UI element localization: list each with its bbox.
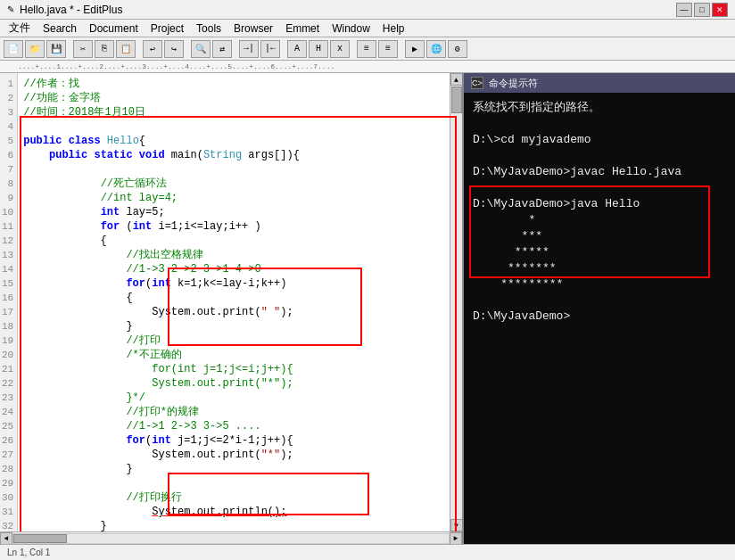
terminal-line-9: *** [473, 228, 726, 244]
copy-button[interactable]: ⎘ [95, 40, 114, 58]
editor-panel: 12345 678910 1112131415 1617181920 21222… [0, 73, 464, 544]
status-info: Ln 1, Col 1 [7, 548, 50, 557]
editor-scroll-area[interactable]: 12345 678910 1112131415 1617181920 21222… [0, 73, 462, 531]
code-container: //作者：找 //功能：金字塔 //时间：2018年1月10日 public c… [18, 73, 450, 531]
line-numbers: 12345 678910 1112131415 1617181920 21222… [0, 73, 18, 531]
browser-btn[interactable]: 🌐 [426, 40, 446, 58]
window-title: Hello.java * - EditPlus [20, 4, 122, 16]
menu-search[interactable]: Search [37, 21, 82, 36]
close-button[interactable]: ✕ [712, 3, 728, 17]
minimize-button[interactable]: — [676, 3, 692, 17]
terminal-line-4 [473, 148, 726, 164]
terminal-line-12: ********* [473, 276, 726, 292]
terminal-line-3: D:\>cd myjavademo [473, 132, 726, 148]
terminal-line-6 [473, 180, 726, 196]
paste-button[interactable]: 📋 [116, 40, 136, 58]
save-button[interactable]: 💾 [46, 40, 66, 58]
heading-button[interactable]: H [309, 40, 328, 58]
scroll-thumb[interactable] [451, 86, 462, 113]
outdent-button[interactable]: |← [260, 40, 280, 58]
terminal-line-7: D:\MyJavaDemo>java Hello [473, 196, 726, 212]
maximize-button[interactable]: □ [694, 3, 710, 17]
menu-project[interactable]: Project [145, 21, 189, 36]
cut-button[interactable]: ✂ [73, 40, 93, 58]
terminal-line-2 [473, 116, 726, 132]
redo-button[interactable]: ↪ [164, 40, 184, 58]
indent-button[interactable]: →| [239, 40, 259, 58]
menu-document[interactable]: Document [84, 21, 144, 36]
menu-browser[interactable]: Browser [228, 21, 278, 36]
title-bar: ✎ Hello.java * - EditPlus — □ ✕ [0, 0, 735, 20]
run-button[interactable]: ▶ [405, 40, 425, 58]
terminal-line-13 [473, 292, 726, 309]
toolbar: 📄 📁 💾 ✂ ⎘ 📋 ↩ ↪ 🔍 ⇄ →| |← A H x ≡ ≡ ▶ 🌐 … [0, 37, 735, 61]
window-controls[interactable]: — □ ✕ [676, 3, 728, 17]
ruler: ....+....1....+....2....+....3....+....4… [0, 61, 735, 73]
status-bar: Ln 1, Col 1 [0, 544, 735, 560]
menu-tools[interactable]: Tools [191, 21, 227, 36]
font-a-button[interactable]: A [287, 40, 307, 58]
terminal-line-14: D:\MyJavaDemo> [473, 309, 726, 325]
menu-window[interactable]: Window [326, 21, 376, 36]
extra2-button[interactable]: ≡ [378, 40, 398, 58]
terminal-title: 命令提示符 [489, 77, 538, 90]
h-scroll-track[interactable] [12, 533, 450, 544]
scroll-down-button[interactable]: ▼ [450, 519, 463, 531]
main-area: 12345 678910 1112131415 1617181920 21222… [0, 73, 735, 544]
open-button[interactable]: 📁 [25, 40, 45, 58]
terminal-panel: C> 命令提示符 系统找不到指定的路径。 D:\>cd myjavademo D… [464, 73, 735, 544]
extra3-button[interactable]: ⚙ [448, 40, 467, 58]
extra1-button[interactable]: ≡ [357, 40, 376, 58]
scroll-left-button[interactable]: ◄ [0, 532, 12, 545]
terminal-line-8: * [473, 212, 726, 228]
replace-button[interactable]: ⇄ [212, 40, 232, 58]
app-icon: ✎ [7, 4, 14, 14]
cmd-icon: C> [471, 77, 483, 89]
terminal-line-10: ***** [473, 244, 726, 260]
terminal-line-5: D:\MyJavaDemo>javac Hello.java [473, 164, 726, 180]
terminal-line-11: ******* [473, 260, 726, 276]
h-scroll-thumb[interactable] [13, 534, 67, 543]
scroll-track[interactable] [450, 86, 462, 519]
menu-emmet[interactable]: Emmet [280, 21, 325, 36]
bold-button[interactable]: x [330, 40, 350, 58]
scroll-up-button[interactable]: ▲ [450, 73, 463, 86]
scroll-right-button[interactable]: ► [450, 532, 462, 545]
search-button[interactable]: 🔍 [191, 40, 211, 58]
new-button[interactable]: 📄 [4, 40, 23, 58]
code-editor[interactable]: //作者：找 //功能：金字塔 //时间：2018年1月10日 public c… [18, 73, 450, 531]
vertical-scrollbar[interactable]: ▲ ▼ [450, 73, 462, 531]
terminal-line-1: 系统找不到指定的路径。 [473, 100, 726, 116]
menu-bar: 文件 Search Document Project Tools Browser… [0, 20, 735, 37]
undo-button[interactable]: ↩ [143, 40, 162, 58]
terminal-content[interactable]: 系统找不到指定的路径。 D:\>cd myjavademo D:\MyJavaD… [464, 93, 735, 544]
menu-help[interactable]: Help [377, 21, 410, 36]
menu-file[interactable]: 文件 [4, 20, 36, 37]
horizontal-scrollbar[interactable]: ◄ ► [0, 531, 462, 544]
terminal-title-bar: C> 命令提示符 [464, 73, 735, 93]
